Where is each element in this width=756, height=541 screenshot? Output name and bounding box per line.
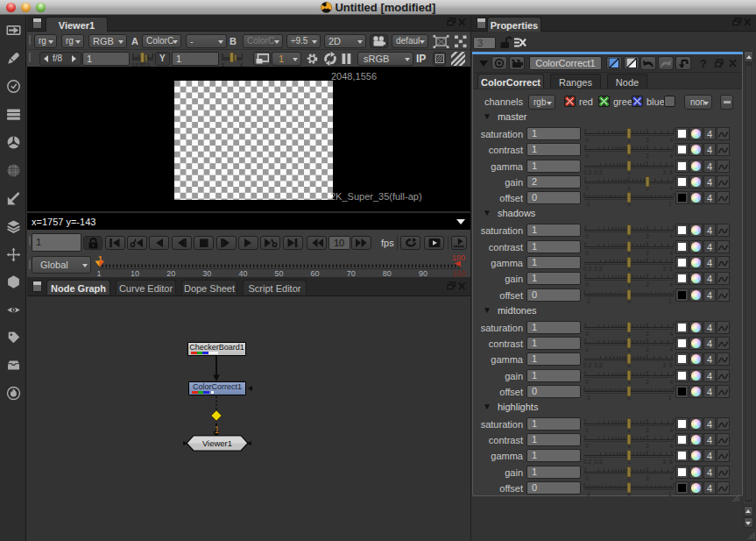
svg-text:-1: -1: [585, 201, 590, 207]
svg-text:1: 1: [668, 298, 672, 304]
svg-text:1: 1: [215, 425, 220, 435]
svg-text:100: 100: [452, 269, 465, 277]
svg-text:20: 20: [166, 269, 175, 277]
svg-text:90: 90: [419, 269, 427, 277]
svg-text:1: 1: [668, 201, 672, 207]
svg-text:40: 40: [238, 269, 247, 277]
svg-text:60: 60: [311, 269, 320, 277]
svg-text:-1: -1: [585, 298, 590, 304]
svg-text:1: 1: [668, 491, 672, 497]
svg-text:10: 10: [131, 269, 139, 277]
svg-text:70: 70: [347, 269, 356, 277]
svg-text:1: 1: [96, 269, 101, 277]
svg-text:80: 80: [383, 269, 392, 277]
svg-text:100: 100: [452, 254, 465, 262]
svg-text:50: 50: [274, 269, 283, 277]
svg-text:30: 30: [202, 269, 211, 277]
svg-text:-1: -1: [585, 491, 590, 497]
svg-text:1: 1: [668, 395, 672, 401]
svg-text:-1: -1: [585, 395, 590, 401]
svg-text:Viewer1: Viewer1: [202, 438, 232, 448]
